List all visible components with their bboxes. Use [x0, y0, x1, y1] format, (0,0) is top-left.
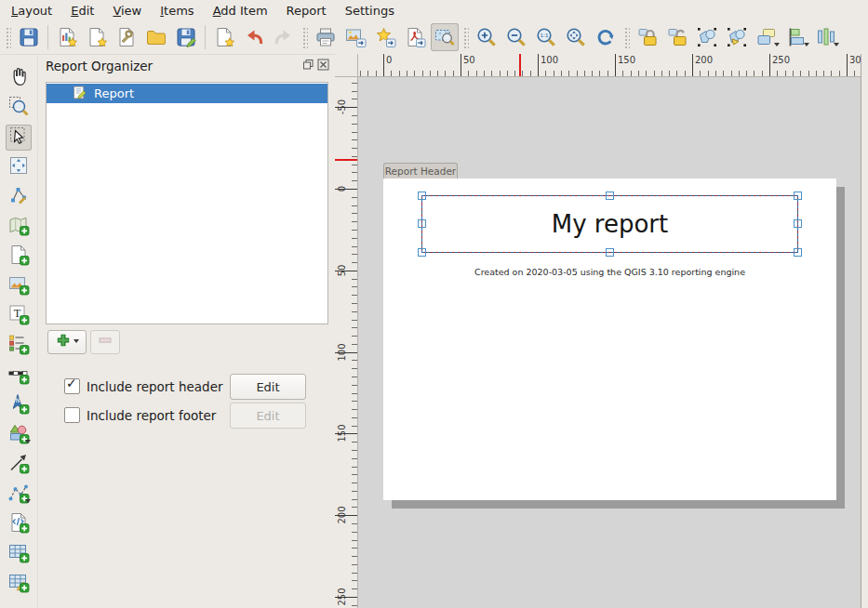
ruler-tick: [422, 71, 423, 76]
resize-handle[interactable]: [418, 219, 426, 228]
add-pages-button[interactable]: [210, 23, 238, 51]
refresh-view-button[interactable]: [592, 23, 620, 51]
menu-layout[interactable]: Layout: [2, 2, 61, 20]
save-as-button[interactable]: [172, 23, 200, 51]
ruler-tick: [352, 368, 357, 369]
ruler-tick: [352, 180, 357, 181]
menu-add-item-label: dd Item: [220, 4, 267, 18]
resize-handle[interactable]: [794, 192, 802, 200]
add-fixed-table-button[interactable]: [6, 571, 32, 597]
menu-edit[interactable]: Edit: [61, 2, 103, 20]
add-attribute-table-button[interactable]: [6, 541, 32, 567]
menu-view[interactable]: View: [103, 2, 151, 20]
zoom-tool-button[interactable]: [6, 95, 32, 121]
ungroup-items-button[interactable]: [723, 23, 751, 51]
add-legend-button[interactable]: [6, 333, 32, 359]
group-items-button[interactable]: [693, 23, 721, 51]
raise-items-button[interactable]: [753, 23, 781, 51]
ruler-tick: [352, 360, 357, 361]
export-pdf-button[interactable]: [401, 23, 429, 51]
ruler-tick: [700, 71, 701, 76]
remove-section-button[interactable]: [90, 330, 120, 354]
add-fixed-table-icon: [7, 571, 30, 597]
pan-button[interactable]: [6, 65, 32, 91]
add-map-button[interactable]: [6, 214, 32, 240]
add-arrow-button[interactable]: [6, 452, 32, 478]
ruler-tick: [785, 71, 786, 76]
add-shape-button[interactable]: [6, 422, 32, 448]
save-project-button[interactable]: [15, 23, 43, 51]
new-page-button[interactable]: [83, 23, 111, 51]
add-scalebar-button[interactable]: [6, 363, 32, 389]
ruler-tick: [554, 71, 554, 76]
resize-handle[interactable]: [794, 219, 802, 228]
menu-settings[interactable]: Settings: [336, 2, 404, 20]
export-image-button[interactable]: [341, 23, 369, 51]
open-folder-button[interactable]: [142, 23, 170, 51]
edit-header-button[interactable]: Edit: [230, 374, 306, 400]
selected-title-label-item[interactable]: My report: [421, 195, 798, 253]
dropdown-arrow-icon: [25, 499, 31, 506]
distribute-items-button[interactable]: [812, 23, 840, 51]
new-report-button[interactable]: [53, 23, 81, 51]
add-picture-button[interactable]: [6, 273, 32, 299]
move-item-content-button[interactable]: [6, 154, 32, 180]
ruler-tick: [352, 132, 357, 133]
menu-add-item[interactable]: Add Item: [204, 2, 277, 20]
cursor-position-marker-horizontal: [519, 54, 521, 77]
horizontal-ruler[interactable]: 050100150200250300: [358, 54, 861, 77]
ruler-tick: [631, 71, 632, 76]
item-toolbox: TN: [0, 54, 37, 608]
menu-report[interactable]: Report: [277, 2, 336, 20]
resize-handle[interactable]: [418, 192, 426, 200]
include-footer-checkbox[interactable]: ✓: [64, 407, 80, 423]
redo-button[interactable]: [270, 23, 298, 51]
layout-canvas[interactable]: Report Header My report C: [358, 77, 861, 608]
menu-items[interactable]: Items: [151, 2, 203, 20]
align-items-button[interactable]: [782, 23, 810, 51]
zoom-full-button[interactable]: [562, 23, 590, 51]
ruler-corner: [335, 54, 358, 77]
ruler-tick: [352, 532, 357, 533]
add-north-arrow-button[interactable]: N: [6, 392, 32, 418]
resize-handle[interactable]: [794, 248, 802, 257]
undo-button[interactable]: [240, 23, 268, 51]
tree-item-report[interactable]: Report: [47, 84, 327, 103]
ruler-tick: [584, 71, 585, 76]
export-svg-button[interactable]: [371, 23, 399, 51]
close-panel-button[interactable]: [317, 59, 329, 72]
report-settings-button[interactable]: [113, 23, 140, 51]
edit-footer-button[interactable]: Edit: [230, 403, 306, 429]
resize-handle[interactable]: [606, 248, 614, 257]
ruler-tick: [352, 279, 357, 280]
add-html-button[interactable]: [6, 511, 32, 537]
add-section-button[interactable]: [47, 330, 87, 354]
zoom-actual-button[interactable]: 1:1: [532, 23, 560, 51]
lock-items-button[interactable]: [634, 23, 661, 51]
vertical-ruler[interactable]: -50050100150200250: [335, 77, 358, 608]
new-page-icon: [86, 26, 108, 48]
include-header-checkbox[interactable]: ✓: [64, 378, 80, 394]
select-move-item-button[interactable]: [6, 125, 32, 151]
ruler-tick: [352, 311, 357, 312]
zoom-out-button[interactable]: [502, 23, 530, 51]
resize-handle[interactable]: [606, 192, 614, 200]
print-button[interactable]: [312, 23, 340, 51]
unlock-icon: [666, 26, 688, 48]
panel-title: Report Organizer: [46, 59, 153, 73]
add-page-item-button[interactable]: [6, 244, 32, 270]
export-svg-icon: [374, 26, 396, 48]
preview-settings-button[interactable]: [431, 23, 459, 51]
ruler-tick: [500, 71, 501, 76]
ruler-tick: [685, 71, 686, 76]
add-node-item-button[interactable]: [6, 482, 32, 508]
float-panel-button[interactable]: [302, 59, 314, 72]
report-tree[interactable]: Report: [46, 82, 328, 324]
zoom-in-button[interactable]: [473, 23, 501, 51]
report-page[interactable]: My report Created on 2020-03-05 using th…: [383, 178, 836, 500]
add-label-button[interactable]: T: [6, 303, 32, 329]
unlock-items-button[interactable]: [663, 23, 691, 51]
zoom-in-icon: [475, 26, 498, 48]
resize-handle[interactable]: [418, 248, 426, 257]
edit-nodes-item-button[interactable]: [6, 184, 32, 210]
